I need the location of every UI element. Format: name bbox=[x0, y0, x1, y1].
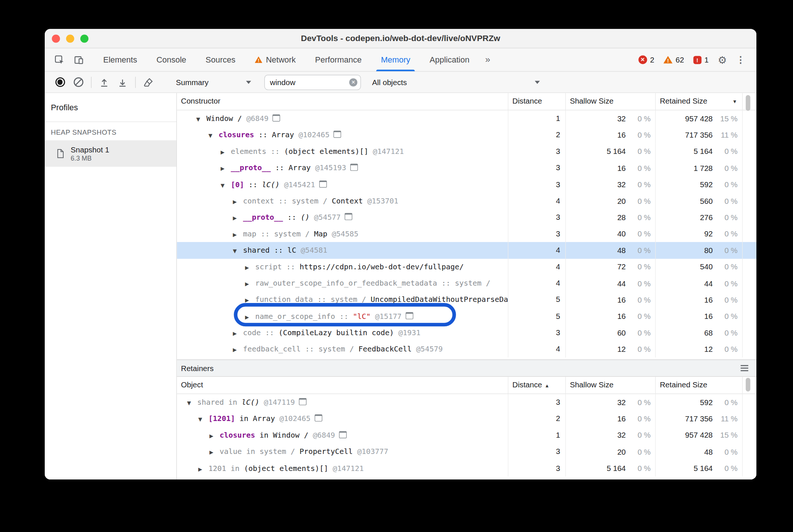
expand-arrow-icon[interactable]: ▶ bbox=[209, 428, 219, 444]
inspect-element-icon[interactable] bbox=[50, 48, 69, 71]
tab-elements[interactable]: Elements bbox=[94, 48, 147, 71]
size-percent: 0 % bbox=[626, 414, 655, 423]
more-tabs-button[interactable]: » bbox=[479, 48, 496, 71]
size-value: 20 bbox=[566, 447, 626, 456]
tab-performance[interactable]: Performance bbox=[306, 48, 371, 71]
reveal-icon[interactable] bbox=[406, 312, 414, 319]
column-header-shallow-size[interactable]: Shallow Size bbox=[566, 377, 656, 393]
column-header-distance[interactable]: Distance bbox=[508, 93, 566, 110]
reveal-icon[interactable] bbox=[319, 180, 327, 187]
expand-arrow-icon[interactable]: ▶ bbox=[220, 161, 230, 176]
expand-arrow-icon[interactable]: ▶ bbox=[245, 293, 255, 308]
reveal-icon[interactable] bbox=[350, 164, 358, 171]
tab-memory[interactable]: Memory bbox=[371, 48, 420, 71]
expand-arrow-icon[interactable]: ▶ bbox=[220, 144, 230, 160]
expand-arrow-icon[interactable]: ▶ bbox=[233, 194, 243, 209]
collapse-arrow-icon[interactable]: ▼ bbox=[196, 111, 206, 127]
node-label-segment: system / bbox=[331, 296, 371, 304]
expand-arrow-icon[interactable]: ▶ bbox=[198, 461, 208, 477]
table-row[interactable]: ▶feedback_cell :: system / FeedbackCell … bbox=[177, 341, 756, 357]
collect-garbage-icon[interactable] bbox=[139, 73, 158, 91]
table-row[interactable]: ▶__proto__ :: () @545773280 %2760 % bbox=[177, 209, 756, 226]
collapse-arrow-icon[interactable]: ▼ bbox=[208, 128, 218, 144]
expand-arrow-icon[interactable]: ▶ bbox=[233, 326, 243, 341]
table-row[interactable]: ▶name_or_scope_info :: "lC" @151775160 %… bbox=[177, 308, 756, 324]
table-row[interactable]: ▶script :: https://cdpn.io/web-dot-dev/f… bbox=[177, 259, 756, 275]
collapse-arrow-icon[interactable]: ▼ bbox=[187, 395, 197, 411]
settings-gear-icon[interactable]: ⚙ bbox=[718, 54, 727, 66]
shallow-size-cell: 720 % bbox=[566, 259, 656, 275]
clear-search-icon[interactable]: ✕ bbox=[349, 78, 357, 86]
load-profile-button[interactable] bbox=[95, 73, 113, 91]
reveal-icon[interactable] bbox=[345, 213, 352, 220]
column-header-retained-size[interactable]: Retained Size bbox=[656, 377, 743, 393]
warning-badge[interactable]: ! 62 bbox=[664, 55, 684, 64]
tab-sources[interactable]: Sources bbox=[196, 48, 245, 71]
node-label-segment: 1201 bbox=[208, 464, 226, 472]
table-row[interactable]: ▼shared in lC() @1471193320 %5920 % bbox=[177, 394, 756, 411]
tab-application[interactable]: Application bbox=[420, 48, 479, 71]
expand-arrow-icon[interactable]: ▶ bbox=[209, 444, 219, 460]
scrollbar-thumb[interactable] bbox=[746, 378, 750, 391]
column-header-object[interactable]: Object bbox=[177, 377, 508, 393]
zoom-window-button[interactable] bbox=[80, 34, 88, 43]
error-badge[interactable]: ✕ 2 bbox=[638, 55, 654, 64]
table-row[interactable]: ▶__proto__ :: Array @1451933160 %1 7280 … bbox=[177, 160, 756, 176]
snapshot-item[interactable]: Snapshot 1 6.3 MB bbox=[45, 140, 176, 166]
table-row[interactable]: ▶1201 in (object elements)[] @14712135 1… bbox=[177, 460, 756, 477]
object-scope-select[interactable]: All objects bbox=[372, 78, 540, 86]
reveal-icon[interactable] bbox=[273, 114, 280, 121]
column-header-constructor[interactable]: Constructor bbox=[177, 93, 508, 110]
device-toolbar-icon[interactable] bbox=[69, 48, 88, 71]
table-row[interactable]: ▶value in system / PropertyCell @1037773… bbox=[177, 444, 756, 460]
table-row[interactable]: ▶function_data :: system / UncompiledDat… bbox=[177, 292, 756, 308]
table-row[interactable]: ▶raw_outer_scope_info_or_feedback_metada… bbox=[177, 275, 756, 292]
table-row[interactable]: ▼[1201] in Array @1024652160 %717 35611 … bbox=[177, 411, 756, 427]
table-row[interactable]: ▼Window / @68491320 %957 42815 % bbox=[177, 110, 756, 127]
reveal-icon[interactable] bbox=[314, 415, 322, 422]
table-row[interactable]: ▼closures :: Array @1024652160 %717 3561… bbox=[177, 127, 756, 144]
column-header-retained-size[interactable]: Retained Size▼ bbox=[656, 93, 743, 110]
shallow-size-cell: 320 % bbox=[566, 176, 656, 193]
node-label-segment: :: bbox=[261, 329, 279, 337]
node-label-segment: Array bbox=[288, 164, 311, 172]
expand-arrow-icon[interactable]: ▶ bbox=[245, 309, 255, 324]
minimize-window-button[interactable] bbox=[66, 34, 74, 43]
reveal-icon[interactable] bbox=[339, 431, 347, 438]
node-cell: ▶value in system / PropertyCell @103777 bbox=[177, 444, 508, 460]
sort-asc-icon: ▲ bbox=[544, 383, 549, 388]
column-header-distance[interactable]: Distance▲ bbox=[508, 377, 566, 393]
table-row[interactable]: ▼[0] :: lC() @1454213320 %5920 % bbox=[177, 176, 756, 193]
table-row[interactable]: ▶elements :: (object elements)[] @147121… bbox=[177, 143, 756, 160]
tab-console[interactable]: Console bbox=[147, 48, 196, 71]
collapse-arrow-icon[interactable]: ▼ bbox=[233, 243, 243, 259]
expand-arrow-icon[interactable]: ▶ bbox=[233, 210, 243, 226]
close-window-button[interactable] bbox=[52, 34, 60, 43]
reveal-icon[interactable] bbox=[334, 131, 341, 138]
column-header-shallow-size[interactable]: Shallow Size bbox=[566, 93, 656, 110]
profile-view-select[interactable]: Summary bbox=[176, 78, 251, 86]
tab-network[interactable]: !Network bbox=[245, 48, 306, 71]
save-profile-button[interactable] bbox=[113, 73, 131, 91]
expand-arrow-icon[interactable]: ▶ bbox=[245, 276, 255, 292]
desktop-background: DevTools - codepen.io/web-dot-dev/live/o… bbox=[0, 0, 793, 532]
record-heap-snapshot-button[interactable] bbox=[51, 73, 69, 91]
menu-icon[interactable] bbox=[740, 364, 748, 373]
table-row[interactable]: ▶map :: system / Map @545853400 %920 % bbox=[177, 226, 756, 242]
expand-arrow-icon[interactable]: ▶ bbox=[245, 260, 255, 275]
collapse-arrow-icon[interactable]: ▼ bbox=[220, 177, 230, 193]
table-row[interactable]: ▶code :: (CompileLazy builtin code) @193… bbox=[177, 324, 756, 341]
clear-profiles-button[interactable] bbox=[69, 73, 87, 91]
issues-badge[interactable]: ! 1 bbox=[693, 55, 709, 64]
table-row[interactable]: ▶context :: system / Context @1537014200… bbox=[177, 193, 756, 209]
size-percent: 0 % bbox=[713, 447, 742, 456]
expand-arrow-icon[interactable]: ▶ bbox=[233, 227, 243, 242]
table-row[interactable]: ▼shared :: lC @545814480 %800 % bbox=[177, 242, 756, 259]
expand-arrow-icon[interactable]: ▶ bbox=[233, 342, 243, 357]
table-row[interactable]: ▶closures in Window / @68491320 %957 428… bbox=[177, 427, 756, 444]
scrollbar-thumb[interactable] bbox=[746, 95, 750, 111]
kebab-menu-icon[interactable]: ⋮ bbox=[736, 54, 745, 65]
class-filter-input[interactable] bbox=[264, 74, 361, 90]
reveal-icon[interactable] bbox=[299, 398, 307, 405]
collapse-arrow-icon[interactable]: ▼ bbox=[198, 411, 208, 427]
